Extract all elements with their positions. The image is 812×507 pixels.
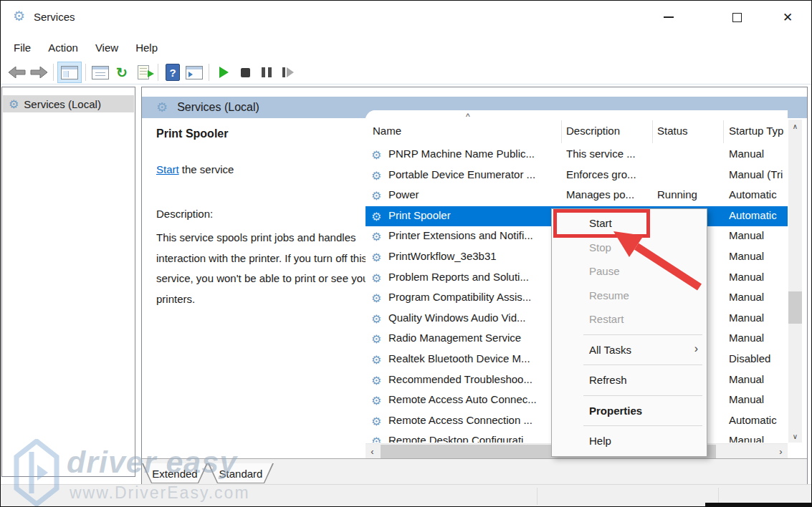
service-status: Running [657,188,720,201]
service-startup-type: Automatic [729,414,786,426]
export-list-button[interactable] [133,62,154,82]
console-tree-icon [61,66,78,79]
service-startup-type: Manual [729,250,786,262]
vertical-scrollbar[interactable]: ∧ ∨ [788,120,802,443]
toolbar-separator [85,64,86,81]
forward-arrow-icon [30,67,47,78]
context-menu-item-help[interactable]: Help [552,429,707,453]
pause-service-icon [262,67,272,77]
service-startup-type: Automatic [729,188,786,201]
menu-view[interactable]: View [95,42,118,54]
start-service-button[interactable] [213,62,234,82]
column-divider[interactable] [723,120,724,143]
column-header-description[interactable]: Description [566,125,620,137]
minimize-button[interactable] [653,1,684,34]
scroll-right-icon[interactable]: › [774,444,788,458]
service-gear-icon: ⚙ [371,210,381,223]
service-name: Remote Desktop Configurati... [388,434,532,443]
column-header-startup-type[interactable]: Startup Typ [729,125,788,137]
menu-file[interactable]: File [14,42,31,54]
context-menu-separator [583,364,702,365]
action-suffix: the service [179,163,234,175]
service-gear-icon: ⚙ [371,374,381,387]
tab-strip: Extended Standard [142,458,807,485]
service-description: Enforces gro... [566,168,652,180]
services-gear-icon: ⚙ [9,97,19,111]
export-list-icon [138,65,149,79]
banner-title: Services (Local) [177,101,259,114]
pause-service-button[interactable] [256,62,277,82]
submenu-arrow-icon: › [694,342,698,355]
restart-service-button[interactable] [277,62,299,82]
menu-help[interactable]: Help [135,42,158,54]
close-button[interactable]: ✕ [772,1,803,34]
refresh-button[interactable]: ↻ [111,62,133,82]
show-action-pane-button[interactable] [183,62,205,82]
service-gear-icon: ⚙ [371,353,381,367]
context-menu-item-restart[interactable]: Restart [552,307,707,332]
context-menu-item-refresh[interactable]: Refresh [552,368,707,392]
refresh-icon: ↻ [116,66,128,79]
show-console-tree-button[interactable] [57,62,82,83]
vertical-scrollbar-thumb[interactable] [788,291,802,324]
service-gear-icon: ⚙ [371,230,381,243]
column-divider[interactable] [652,120,653,143]
tab-standard[interactable]: Standard [208,463,274,483]
service-startup-type: Manual [729,148,786,160]
service-row[interactable]: ⚙ Power Manages po... Running Automatic [366,185,788,206]
service-name: Power [388,188,419,201]
scroll-up-icon[interactable]: ∧ [788,120,802,132]
maximize-icon [732,13,742,22]
service-startup-type: Manual (Tri [729,168,786,180]
stop-service-icon [241,68,250,77]
menu-action[interactable]: Action [48,42,78,54]
properties-icon [92,66,109,79]
service-row[interactable]: ⚙ PNRP Machine Name Public... This servi… [366,145,788,165]
column-header-status[interactable]: Status [657,125,688,137]
help-button[interactable]: ? [162,62,183,82]
properties-button[interactable] [90,62,111,82]
sort-ascending-icon: ^ [466,112,470,122]
context-menu-item-all-tasks[interactable]: All Tasks› [552,338,707,362]
back-button[interactable] [6,62,28,82]
services-window: ⚙ Services ✕ FileActionViewHelp ↻ ? ⚙ [0,0,812,507]
service-gear-icon: ⚙ [371,148,381,162]
service-gear-icon: ⚙ [371,189,381,203]
forward-button[interactable] [28,62,49,82]
scroll-down-icon[interactable]: ∨ [788,430,802,443]
context-menu-item-properties[interactable]: Properties [552,399,707,423]
start-service-link[interactable]: Start [156,163,179,175]
tab-extended[interactable]: Extended [142,463,208,483]
service-name: PNRP Machine Name Public... [388,148,535,160]
context-menu-separator [583,334,702,335]
service-name: Problem Reports and Soluti... [388,271,529,283]
context-menu-item-label: All Tasks [589,344,631,356]
service-name: Realtek Bluetooth Device M... [388,352,530,364]
service-startup-type: Manual [729,312,786,324]
service-gear-icon: ⚙ [371,271,381,285]
service-description-text: This service spools print jobs and handl… [156,228,373,309]
service-row[interactable]: ⚙ Portable Device Enumerator ... Enforce… [366,165,788,186]
service-gear-icon: ⚙ [371,435,381,443]
window-title: Services [34,11,75,23]
toolbar-separator [209,64,209,81]
service-startup-type: Manual [729,271,786,283]
maximize-button[interactable] [721,1,753,34]
tree-item-services-local[interactable]: ⚙ Services (Local) [3,95,134,112]
action-pane-icon [186,66,203,79]
scroll-left-icon[interactable]: ‹ [366,444,379,458]
column-header-name[interactable]: Name [373,125,401,137]
service-name: Program Compatibility Assis... [388,291,531,303]
service-startup-type: Automatic [729,209,786,221]
description-label: Description: [156,208,213,220]
stop-service-button[interactable] [234,62,256,82]
context-menu-separator [583,425,702,426]
service-description: Manages po... [566,188,652,201]
column-divider[interactable] [561,120,562,143]
tab-standard-label: Standard [208,463,274,483]
tree-item-label: Services (Local) [24,98,101,110]
console-tree-panel: ⚙ Services (Local) [1,87,135,477]
service-startup-type: Manual [729,229,786,241]
service-name: Remote Access Connection ... [388,414,532,426]
service-startup-type: Manual [729,393,786,405]
